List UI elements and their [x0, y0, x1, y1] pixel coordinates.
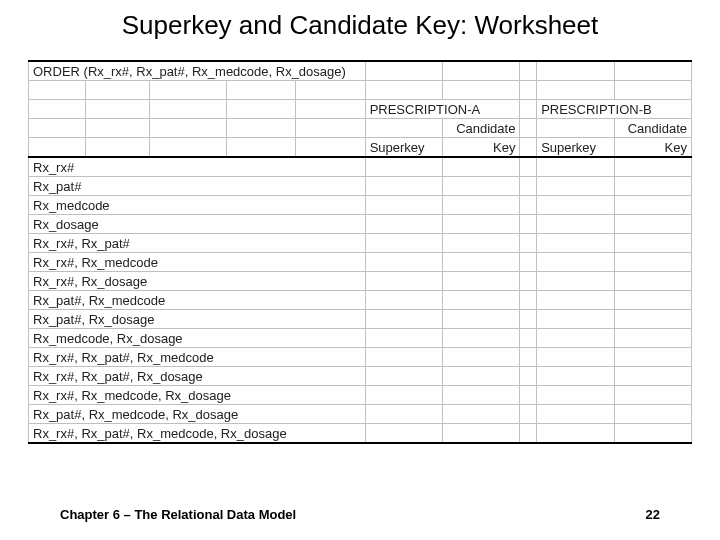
answer-cell — [365, 405, 442, 424]
gap-cell — [520, 424, 537, 444]
table-row: Rx_rx#, Rx_dosage — [29, 272, 692, 291]
answer-cell — [443, 405, 520, 424]
table-row: Rx_rx#, Rx_pat#, Rx_dosage — [29, 367, 692, 386]
answer-cell — [537, 424, 614, 444]
answer-cell — [537, 177, 614, 196]
attribute-combination: Rx_rx#, Rx_pat#, Rx_medcode — [29, 348, 366, 367]
answer-cell — [443, 348, 520, 367]
answer-cell — [537, 272, 614, 291]
table-row: Rx_pat# — [29, 177, 692, 196]
answer-cell — [614, 157, 691, 177]
table-row: Rx_pat#, Rx_medcode, Rx_dosage — [29, 405, 692, 424]
attribute-combination: Rx_rx#, Rx_pat# — [29, 234, 366, 253]
answer-cell — [365, 177, 442, 196]
attribute-combination: Rx_rx# — [29, 157, 366, 177]
answer-cell — [443, 196, 520, 215]
table-row: Rx_rx#, Rx_pat#, Rx_medcode, Rx_dosage — [29, 424, 692, 444]
gap-cell — [520, 215, 537, 234]
key-header-row-1: Candidate Candidate — [29, 119, 692, 138]
answer-cell — [365, 291, 442, 310]
answer-cell — [443, 157, 520, 177]
attribute-combination: Rx_rx#, Rx_pat#, Rx_dosage — [29, 367, 366, 386]
attribute-combination: Rx_pat#, Rx_medcode, Rx_dosage — [29, 405, 366, 424]
answer-cell — [365, 310, 442, 329]
candidate-a-top: Candidate — [443, 119, 520, 138]
answer-cell — [614, 177, 691, 196]
answer-cell — [443, 177, 520, 196]
table-row: Rx_medcode, Rx_dosage — [29, 329, 692, 348]
answer-cell — [614, 253, 691, 272]
attribute-combination: Rx_pat# — [29, 177, 366, 196]
answer-cell — [614, 196, 691, 215]
superkey-a-header: Superkey — [365, 138, 442, 158]
answer-cell — [537, 329, 614, 348]
table-row: Rx_rx#, Rx_medcode — [29, 253, 692, 272]
gap-cell — [520, 272, 537, 291]
prescription-b-header: PRESCRIPTION-B — [537, 100, 692, 119]
answer-cell — [365, 215, 442, 234]
answer-cell — [614, 291, 691, 310]
answer-cell — [614, 215, 691, 234]
answer-cell — [537, 234, 614, 253]
answer-cell — [537, 405, 614, 424]
candidate-b-bot: Key — [614, 138, 691, 158]
order-row: ORDER (Rx_rx#, Rx_pat#, Rx_medcode, Rx_d… — [29, 61, 692, 81]
prescription-a-header: PRESCRIPTION-A — [365, 100, 520, 119]
attribute-combination: Rx_medcode — [29, 196, 366, 215]
answer-cell — [365, 424, 442, 444]
answer-cell — [443, 367, 520, 386]
attribute-combination: Rx_pat#, Rx_dosage — [29, 310, 366, 329]
gap-cell — [520, 196, 537, 215]
table-row: Rx_pat#, Rx_dosage — [29, 310, 692, 329]
slide-title: Superkey and Candidate Key: Worksheet — [0, 10, 720, 41]
key-header-row-2: Superkey Key Superkey Key — [29, 138, 692, 158]
answer-cell — [537, 291, 614, 310]
spacer-row — [29, 81, 692, 100]
answer-cell — [443, 234, 520, 253]
answer-cell — [443, 329, 520, 348]
gap-cell — [520, 348, 537, 367]
table-row: Rx_dosage — [29, 215, 692, 234]
attribute-combination: Rx_rx#, Rx_pat#, Rx_medcode, Rx_dosage — [29, 424, 366, 444]
table-row: Rx_pat#, Rx_medcode — [29, 291, 692, 310]
answer-cell — [443, 291, 520, 310]
worksheet-table: ORDER (Rx_rx#, Rx_pat#, Rx_medcode, Rx_d… — [28, 60, 692, 444]
order-definition: ORDER (Rx_rx#, Rx_pat#, Rx_medcode, Rx_d… — [29, 61, 366, 81]
superkey-b-header: Superkey — [537, 138, 614, 158]
answer-cell — [614, 405, 691, 424]
answer-cell — [365, 272, 442, 291]
gap-cell — [520, 386, 537, 405]
answer-cell — [537, 367, 614, 386]
answer-cell — [614, 234, 691, 253]
answer-cell — [537, 253, 614, 272]
answer-cell — [537, 196, 614, 215]
answer-cell — [443, 386, 520, 405]
attribute-combination: Rx_pat#, Rx_medcode — [29, 291, 366, 310]
answer-cell — [443, 253, 520, 272]
answer-cell — [365, 329, 442, 348]
answer-cell — [365, 367, 442, 386]
answer-cell — [537, 157, 614, 177]
answer-cell — [443, 215, 520, 234]
prescription-header-row: PRESCRIPTION-A PRESCRIPTION-B — [29, 100, 692, 119]
attribute-combination: Rx_rx#, Rx_medcode — [29, 253, 366, 272]
answer-cell — [614, 310, 691, 329]
gap-cell — [520, 367, 537, 386]
table-row: Rx_rx# — [29, 157, 692, 177]
attribute-combination: Rx_rx#, Rx_dosage — [29, 272, 366, 291]
answer-cell — [537, 215, 614, 234]
answer-cell — [365, 234, 442, 253]
answer-cell — [614, 386, 691, 405]
answer-cell — [365, 348, 442, 367]
answer-cell — [365, 196, 442, 215]
footer-chapter: Chapter 6 – The Relational Data Model — [60, 507, 296, 522]
attribute-combination: Rx_medcode, Rx_dosage — [29, 329, 366, 348]
answer-cell — [443, 310, 520, 329]
answer-cell — [614, 272, 691, 291]
answer-cell — [365, 157, 442, 177]
attribute-combination: Rx_dosage — [29, 215, 366, 234]
gap-cell — [520, 291, 537, 310]
gap-cell — [520, 157, 537, 177]
answer-cell — [537, 386, 614, 405]
answer-cell — [614, 329, 691, 348]
